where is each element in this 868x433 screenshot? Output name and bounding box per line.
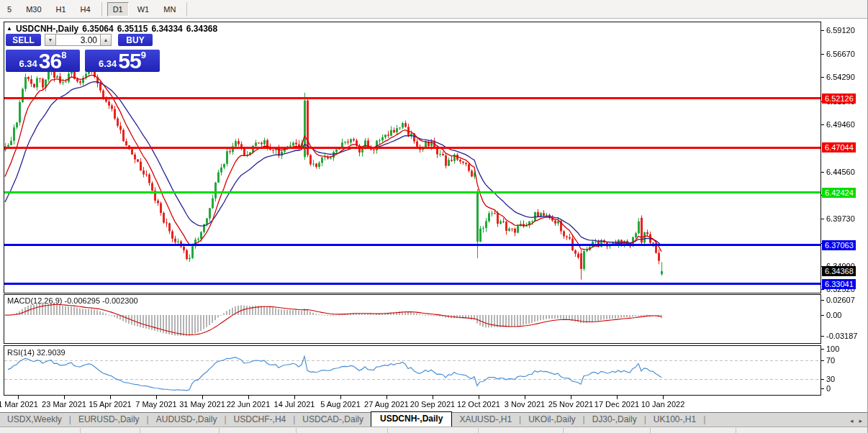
status-separator — [296, 428, 297, 433]
status-separator — [478, 428, 479, 433]
collapse-triangle-icon[interactable]: ▲ — [6, 25, 12, 32]
status-separator — [563, 428, 564, 433]
tab-scroll-nav: ◂▸ — [850, 417, 868, 427]
sell-button[interactable]: SELL — [6, 34, 41, 46]
chart-tab-usdx-weekly[interactable]: USDX,Weekly — [0, 413, 69, 427]
timeframe-button-m30[interactable]: M30 — [20, 2, 47, 17]
price-badge-6.47044: 6.47044 — [822, 142, 856, 152]
indicator-tick-label: 0.00 — [826, 311, 841, 319]
ohlc-close: 6.34368 — [186, 24, 217, 34]
volume-increase-button[interactable]: ▴ — [101, 34, 112, 46]
time-tick-label: 10 Jan 2022 — [641, 400, 685, 409]
tab-separator: | — [703, 414, 705, 427]
chart-tab-audusd-daily[interactable]: AUDUSD-,Daily — [149, 413, 225, 427]
tab-scroll-left-icon[interactable]: ◂ — [850, 417, 854, 424]
price-badge-6.33041: 6.33041 — [822, 279, 856, 289]
level-line-6.37063[interactable] — [4, 244, 821, 246]
timeframe-button-h1[interactable]: H1 — [50, 2, 72, 17]
sell-quote-button[interactable]: 6.34368 — [6, 50, 80, 72]
time-tick-label: 3 Nov 2021 — [505, 400, 545, 409]
chart-tab-ukoil-daily[interactable]: UKOil-,Daily — [521, 413, 582, 427]
volume-input[interactable] — [55, 34, 101, 46]
status-separator — [387, 428, 388, 433]
time-tick-label: 27 Aug 2021 — [364, 400, 409, 409]
indicator-tick-label: 0 — [826, 384, 831, 393]
rsi-value: 32.9039 — [37, 348, 65, 357]
status-separator — [219, 428, 220, 433]
spinner-down-icon: ▾ — [49, 37, 52, 43]
indicator-tick-label: 70 — [826, 356, 835, 365]
buy-price-prefix: 6.34 — [99, 57, 117, 71]
macd-name: MACD(12,26,9) — [7, 296, 62, 305]
terminal-window: 5M30H1H4D1W1MN ▲USDCNH-,Daily6.350646.35… — [0, 0, 868, 433]
chart-tab-eurusd-daily[interactable]: EURUSD-,Daily — [71, 413, 147, 427]
macd-label: MACD(12,26,9) -0.006295 -0.002300 — [7, 296, 138, 305]
time-tick-label: 22 Jun 2021 — [227, 400, 271, 409]
price-tick-label: 6.39730 — [826, 214, 855, 223]
status-separator — [140, 428, 140, 433]
ohlc-high: 6.35115 — [117, 24, 148, 34]
time-tick-label: 5 Aug 2021 — [320, 400, 361, 409]
chart-tab-usdcnh-daily[interactable]: USDCNH-,Daily — [371, 411, 452, 427]
macd-main-value: -0.006295 — [64, 296, 100, 305]
indicator-tick-label: 30 — [826, 375, 835, 383]
price-badge-6.37063: 6.37063 — [822, 240, 856, 250]
buy-price-point: 9 — [141, 50, 146, 60]
time-tick-label: 7 May 2021 — [135, 400, 176, 409]
time-tick-label: 31 May 2021 — [179, 400, 225, 409]
indicator-tick-label: 100 — [826, 345, 839, 353]
time-tick-label: 14 Jul 2021 — [274, 400, 315, 409]
timeframe-toolbar: 5M30H1H4D1W1MN — [0, 0, 868, 19]
chart-header: ▲USDCNH-,Daily6.350646.351156.343346.343… — [6, 24, 217, 34]
price-badge-6.34368: 6.34368 — [822, 266, 856, 276]
price-tick-label: 6.59120 — [826, 26, 855, 35]
level-line-6.47044[interactable] — [4, 147, 821, 149]
timeframe-button-mn[interactable]: MN — [158, 2, 181, 17]
sell-price-pips: 36 — [39, 51, 61, 71]
toolbar-separator — [101, 2, 102, 17]
chart-tab-dj30-daily[interactable]: DJ30-,Daily — [585, 413, 644, 427]
level-line-6.42424[interactable] — [4, 191, 821, 193]
sell-price-prefix: 6.34 — [19, 57, 37, 71]
chart-tab-usdchf-h4[interactable]: USDCHF-,H4 — [227, 413, 294, 427]
rsi-label: RSI(14) 32.9039 — [7, 348, 65, 357]
one-click-trading-panel: SELL ▾ ▴ BUY 6.34368 6.34559 — [6, 34, 160, 72]
level-line-6.33041[interactable] — [4, 283, 821, 285]
time-tick-label: 20 Sep 2021 — [410, 400, 455, 409]
time-tick-label: 12 Oct 2021 — [457, 400, 500, 409]
time-tick-label: 17 Dec 2021 — [595, 400, 639, 409]
tab-scroll-right-icon[interactable]: ▸ — [859, 417, 862, 424]
timeframe-button-d1[interactable]: D1 — [107, 2, 129, 17]
indicator-tick-label: 0.02607 — [826, 296, 855, 304]
chart-symbol-label: USDCNH-,Daily — [16, 24, 78, 34]
buy-quote-button[interactable]: 6.34559 — [85, 50, 160, 72]
price-badge-6.52126: 6.52126 — [822, 94, 856, 104]
chart-tab-usdcad-daily[interactable]: USDCAD-,Daily — [295, 413, 371, 427]
chart-tab-xauusd-h1[interactable]: XAUUSD-,H1 — [452, 413, 519, 427]
indicator-tick-label: -0.03187 — [826, 332, 857, 340]
status-bar — [0, 427, 868, 433]
time-tick-label: 1 Mar 2021 — [0, 400, 38, 409]
price-tick-label: 6.44560 — [826, 168, 855, 176]
chart-tab-bar: USDX,Weekly|EURUSD-,Daily|AUDUSD-,Daily|… — [0, 412, 868, 427]
price-tick-label: 6.56670 — [826, 50, 855, 58]
chart-tab-uk100-h1[interactable]: UK100-,H1 — [646, 413, 703, 427]
ohlc-low: 6.34334 — [151, 24, 182, 34]
timeframe-button-w1[interactable]: W1 — [132, 2, 155, 17]
sell-price-point: 8 — [61, 50, 66, 60]
timeframe-button-h4[interactable]: H4 — [75, 2, 96, 17]
time-tick-label: 25 Nov 2021 — [548, 400, 593, 409]
spinner-up-icon: ▴ — [104, 37, 107, 43]
level-line-6.52126[interactable] — [4, 97, 821, 99]
status-separator — [736, 428, 736, 433]
time-tick-label: 23 Mar 2021 — [42, 400, 86, 409]
timeframe-button-5[interactable]: 5 — [1, 2, 17, 17]
price-badge-6.42424: 6.42424 — [822, 188, 856, 198]
buy-button[interactable]: BUY — [118, 34, 153, 46]
macd-signal-value: -0.002300 — [102, 296, 138, 305]
buy-price-pips: 55 — [118, 51, 140, 71]
price-tick-label: 6.49460 — [826, 120, 855, 129]
toolbar-separator — [186, 2, 187, 17]
price-tick-label: 6.54290 — [826, 73, 855, 81]
volume-decrease-button[interactable]: ▾ — [45, 34, 55, 46]
